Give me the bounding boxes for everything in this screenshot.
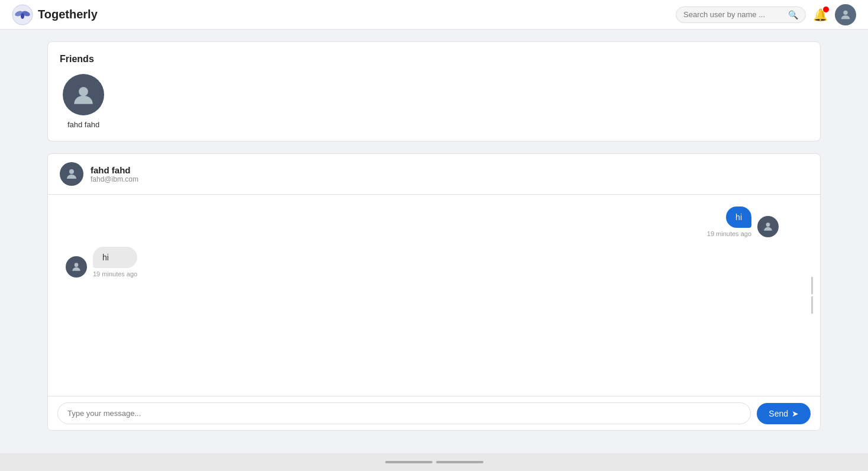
notifications-button[interactable]: 🔔 [813, 8, 828, 22]
chat-card: fahd fahd fahd@ibm.com hi 19 minutes ago [47, 153, 821, 431]
sent-message-bubble: hi [726, 207, 751, 228]
friend-item[interactable]: fahd fahd [60, 74, 107, 129]
send-icon: ➤ [792, 409, 799, 418]
logo-area: Togetherly [12, 4, 676, 25]
chat-header-info: fahd fahd fahd@ibm.com [91, 165, 138, 183]
friend-avatar [63, 74, 104, 115]
friends-card: Friends fahd fahd [47, 41, 821, 141]
bottom-bar-line-1 [385, 461, 433, 463]
received-message-time: 19 minutes ago [93, 270, 137, 278]
header-user-icon [839, 8, 852, 21]
bottom-bar-line-2 [436, 461, 483, 463]
chat-contact-email: fahd@ibm.com [91, 175, 138, 183]
logo-icon [12, 4, 33, 25]
app-header: Togetherly 🔍 🔔 [0, 0, 868, 30]
chat-contact-avatar [60, 162, 83, 186]
sent-avatar [757, 216, 779, 237]
svg-point-7 [766, 222, 770, 227]
sent-user-icon [762, 221, 774, 233]
sent-message-content: hi 19 minutes ago [707, 207, 751, 237]
search-icon: 🔍 [788, 10, 798, 20]
svg-point-6 [69, 169, 74, 174]
svg-point-8 [75, 263, 79, 267]
message-input-area: Send ➤ [48, 396, 820, 430]
svg-point-5 [79, 87, 88, 96]
received-user-icon [70, 261, 82, 273]
message-received-row: hi 19 minutes ago [66, 247, 802, 278]
chat-header: fahd fahd fahd@ibm.com [48, 154, 820, 195]
svg-point-3 [21, 13, 24, 19]
search-container[interactable]: 🔍 [676, 7, 806, 23]
notification-badge [823, 7, 829, 12]
received-message-content: hi 19 minutes ago [93, 247, 137, 278]
search-input[interactable] [683, 10, 788, 19]
friend-name: fahd fahd [67, 120, 99, 129]
scroll-bar-2 [811, 296, 813, 314]
friends-title: Friends [60, 54, 808, 64]
scroll-indicator [811, 277, 813, 314]
received-message-bubble: hi [93, 247, 137, 268]
bottom-bar [0, 453, 868, 471]
app-title: Togetherly [38, 8, 98, 21]
main-content: Friends fahd fahd fahd fahd fahd [0, 30, 868, 471]
friend-user-icon [71, 82, 96, 107]
message-input[interactable] [57, 402, 751, 424]
received-avatar [66, 256, 87, 278]
header-right: 🔍 🔔 [676, 4, 856, 25]
messages-area: hi 19 minutes ago [48, 195, 820, 396]
chat-contact-icon [64, 167, 79, 181]
scroll-bar-1 [811, 277, 813, 295]
send-label: Send [769, 409, 788, 418]
send-button[interactable]: Send ➤ [757, 403, 811, 424]
message-sent-row: hi 19 minutes ago [66, 207, 802, 237]
user-avatar-header[interactable] [835, 4, 856, 25]
svg-point-4 [843, 10, 847, 14]
chat-contact-name: fahd fahd [91, 165, 138, 175]
sent-message-time: 19 minutes ago [707, 230, 751, 237]
